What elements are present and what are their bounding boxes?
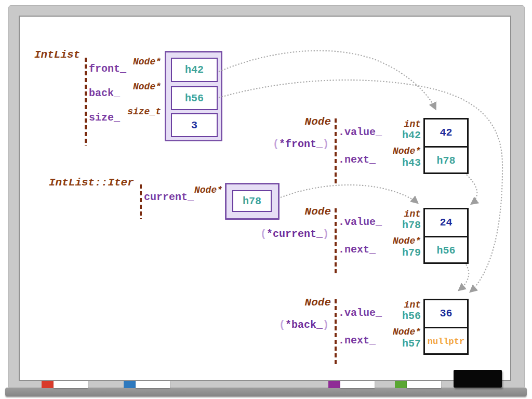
deref-label: (*current_) bbox=[260, 229, 329, 240]
size-value-box: 3 bbox=[171, 113, 218, 137]
deref-label: (*front_) bbox=[260, 139, 329, 150]
value-member-address: h56 bbox=[369, 311, 421, 322]
eraser bbox=[454, 370, 502, 388]
node-value-cell: 42 bbox=[425, 119, 467, 148]
deref-close-paren: ) bbox=[323, 228, 329, 240]
deref-core: *current_ bbox=[267, 228, 323, 240]
value-member-type: int bbox=[369, 119, 421, 129]
node-divider bbox=[335, 208, 337, 274]
node-title: Node bbox=[260, 206, 331, 217]
next-member-address: h79 bbox=[369, 248, 421, 258]
marker-blue-cap bbox=[124, 381, 136, 388]
iter-divider bbox=[140, 184, 142, 219]
deref-core: *front_ bbox=[279, 138, 323, 150]
node-box: 24 h56 bbox=[423, 208, 469, 264]
value-member-type: int bbox=[369, 209, 421, 219]
deref-close-paren: ) bbox=[323, 138, 329, 150]
node-value-cell: 24 bbox=[425, 209, 467, 237]
deref-label: (*back_) bbox=[260, 320, 329, 330]
front-pointer-box: h42 bbox=[171, 58, 218, 82]
next-member-type: Node* bbox=[369, 327, 421, 337]
node-group-back: Node .value_ int h56 (*back_) .next_ Nod… bbox=[260, 296, 474, 368]
intlist-field-size-type: size_t bbox=[109, 107, 161, 116]
iter-title: IntList::Iter bbox=[49, 177, 134, 188]
node-title: Node bbox=[260, 297, 331, 308]
deref-open-paren: ( bbox=[260, 228, 267, 240]
intlist-divider bbox=[85, 58, 87, 146]
intlist-title: IntList bbox=[34, 49, 80, 60]
node-next-cell: h78 bbox=[425, 148, 467, 174]
node-divider bbox=[335, 299, 337, 365]
intlist-field-back-type: Node* bbox=[109, 82, 161, 91]
next-member-type: Node* bbox=[369, 236, 421, 246]
node-divider bbox=[335, 118, 337, 184]
deref-close-paren: ) bbox=[323, 319, 329, 331]
marker-green-body bbox=[407, 381, 441, 388]
marker-purple-cap bbox=[328, 381, 340, 388]
marker-red-cap bbox=[42, 381, 54, 388]
next-member-address: h43 bbox=[369, 158, 421, 168]
node-group-current: Node .value_ int h78 (*current_) .next_ … bbox=[260, 205, 474, 277]
intlist-container: h42 h56 3 bbox=[165, 51, 222, 141]
deref-open-paren: ( bbox=[273, 138, 279, 150]
marker-green-cap bbox=[395, 381, 407, 388]
node-box: 36 nullptr bbox=[423, 299, 469, 355]
whiteboard: IntList front_ Node* back_ Node* size_ s… bbox=[0, 0, 532, 399]
marker-purple-body bbox=[340, 381, 375, 388]
deref-core: *back_ bbox=[285, 319, 323, 331]
node-next-cell: nullptr bbox=[425, 328, 467, 355]
value-member-type: int bbox=[369, 300, 421, 310]
back-pointer-box: h56 bbox=[171, 86, 218, 110]
marker-red-body bbox=[54, 381, 88, 388]
node-value-cell: 36 bbox=[425, 300, 467, 328]
iter-field-current-type: Node* bbox=[170, 185, 222, 195]
next-member-address: h57 bbox=[369, 339, 421, 349]
node-box: 42 h78 bbox=[423, 118, 469, 174]
node-title: Node bbox=[260, 116, 331, 127]
marker-tray bbox=[5, 388, 527, 396]
intlist-field-front-type: Node* bbox=[109, 57, 161, 66]
next-member-type: Node* bbox=[369, 147, 421, 156]
node-group-front: Node .value_ int h42 (*front_) .next_ No… bbox=[260, 115, 474, 188]
deref-open-paren: ( bbox=[279, 319, 285, 331]
marker-blue-body bbox=[136, 381, 170, 388]
value-member-address: h42 bbox=[369, 130, 421, 141]
value-member-address: h78 bbox=[369, 220, 421, 231]
node-next-cell: h56 bbox=[425, 237, 467, 264]
